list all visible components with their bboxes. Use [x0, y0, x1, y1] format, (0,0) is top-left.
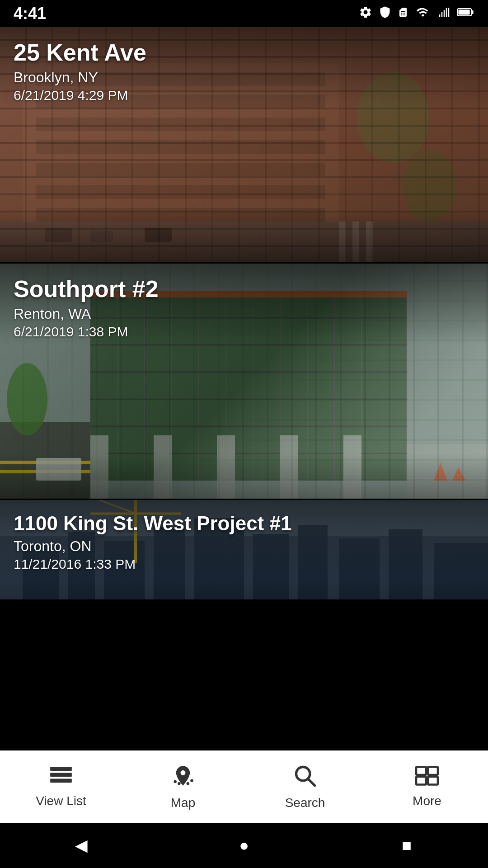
svg-rect-11 — [36, 208, 325, 222]
svg-rect-7 — [36, 118, 325, 131]
svg-point-20 — [402, 149, 456, 222]
nav-item-search[interactable]: Search — [244, 751, 366, 823]
project-info-toronto: 1100 King St. West Project #1 Toronto, O… — [0, 500, 488, 581]
project-date-southport: 6/21/2019 1:38 PM — [14, 324, 474, 340]
svg-rect-13 — [45, 228, 72, 242]
svg-rect-51 — [407, 444, 488, 499]
search-icon — [293, 764, 317, 791]
svg-rect-18 — [366, 222, 373, 262]
svg-rect-14 — [90, 231, 113, 242]
status-bar: 4:41 — [0, 0, 488, 27]
svg-rect-1 — [472, 10, 474, 14]
svg-rect-43 — [154, 435, 172, 499]
nav-item-map[interactable]: Map — [122, 751, 244, 823]
svg-rect-72 — [50, 778, 72, 783]
svg-rect-44 — [217, 435, 235, 499]
svg-point-50 — [7, 363, 47, 435]
svg-point-75 — [187, 782, 190, 785]
svg-marker-52 — [434, 462, 447, 481]
back-button[interactable]: ◀ — [63, 832, 99, 859]
svg-rect-12 — [0, 222, 488, 262]
shield-icon — [379, 5, 391, 22]
home-button[interactable]: ● — [226, 832, 262, 859]
main-content: 25 Kent Ave Brooklyn, NY 6/21/2019 4:29 … — [0, 27, 488, 750]
nav-label-more: More — [413, 794, 441, 808]
nav-bar: View List Map Search — [0, 750, 488, 823]
project-card-kent[interactable]: 25 Kent Ave Brooklyn, NY 6/21/2019 4:29 … — [0, 27, 488, 262]
svg-rect-42 — [90, 435, 108, 499]
settings-icon — [359, 5, 372, 22]
signal-icon — [437, 5, 451, 22]
nav-item-view-list[interactable]: View List — [0, 751, 122, 823]
project-location-southport: Renton, WA — [14, 306, 474, 322]
svg-rect-47 — [0, 422, 90, 499]
project-title-toronto: 1100 King St. West Project #1 — [14, 513, 474, 534]
project-location-toronto: Toronto, ON — [14, 538, 474, 555]
svg-rect-79 — [416, 767, 426, 774]
svg-rect-70 — [50, 767, 72, 771]
svg-rect-10 — [36, 185, 325, 199]
svg-point-76 — [190, 779, 193, 782]
svg-line-78 — [309, 779, 315, 785]
svg-rect-82 — [428, 777, 438, 784]
project-card-southport[interactable]: Southport #2 Renton, WA 6/21/2019 1:38 P… — [0, 264, 488, 499]
system-nav-bar: ◀ ● ■ — [0, 823, 488, 868]
svg-rect-16 — [339, 222, 346, 262]
project-info-kent: 25 Kent Ave Brooklyn, NY 6/21/2019 4:29 … — [0, 27, 488, 108]
nav-label-search: Search — [285, 796, 325, 810]
nav-label-view-list: View List — [36, 794, 86, 808]
project-location-kent: Brooklyn, NY — [14, 69, 474, 86]
svg-rect-71 — [50, 773, 72, 777]
project-title-kent: 25 Kent Ave — [14, 40, 474, 66]
svg-point-74 — [178, 782, 181, 785]
project-info-southport: Southport #2 Renton, WA 6/21/2019 1:38 P… — [0, 264, 488, 345]
svg-rect-45 — [280, 435, 298, 499]
project-date-kent: 6/21/2019 4:29 PM — [14, 88, 474, 103]
svg-rect-46 — [343, 435, 361, 499]
recents-button[interactable]: ■ — [389, 832, 425, 859]
status-icons — [359, 5, 474, 22]
svg-marker-53 — [452, 467, 465, 481]
svg-rect-2 — [458, 9, 469, 14]
svg-point-73 — [174, 780, 177, 783]
more-icon — [415, 766, 439, 789]
project-title-southport: Southport #2 — [14, 276, 474, 302]
map-icon — [171, 764, 195, 791]
wifi-icon — [415, 5, 431, 22]
svg-rect-81 — [416, 777, 426, 784]
svg-rect-9 — [36, 163, 325, 176]
project-card-toronto[interactable]: 1100 King St. West Project #1 Toronto, O… — [0, 500, 488, 599]
list-icon — [49, 766, 73, 789]
svg-rect-54 — [36, 458, 81, 481]
svg-rect-17 — [352, 222, 359, 262]
nav-item-more[interactable]: More — [366, 751, 488, 823]
status-time: 4:41 — [14, 4, 46, 23]
nav-label-map: Map — [171, 796, 195, 810]
svg-rect-8 — [36, 140, 325, 154]
svg-rect-80 — [428, 767, 438, 774]
sim-icon — [398, 5, 408, 22]
svg-rect-15 — [145, 228, 172, 242]
project-date-toronto: 11/21/2016 1:33 PM — [14, 557, 474, 572]
battery-icon — [457, 6, 474, 21]
